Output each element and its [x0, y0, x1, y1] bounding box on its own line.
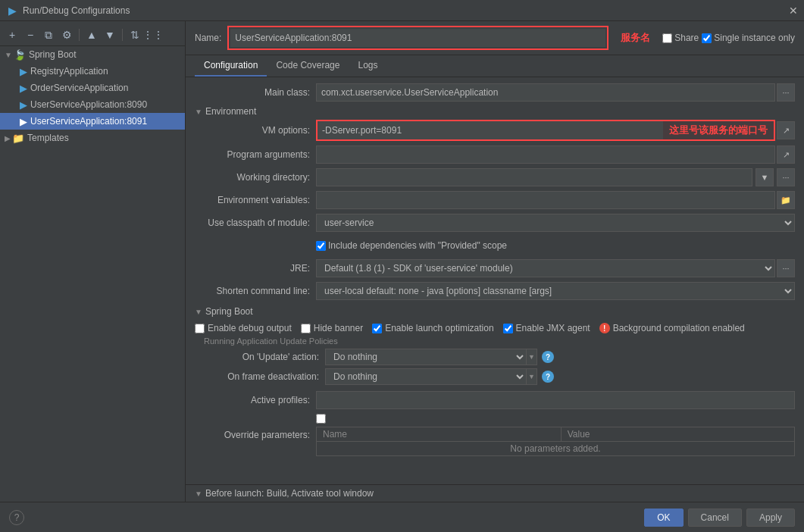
hide-banner-item[interactable]: Hide banner — [301, 323, 363, 333]
vm-field-wrapper: 这里号该服务的端口号 — [316, 120, 775, 141]
close-button[interactable]: ✕ — [789, 5, 798, 17]
on-frame-deactivation-help-icon[interactable]: ? — [542, 371, 554, 383]
share-checkbox[interactable] — [662, 33, 672, 43]
main-class-input[interactable] — [316, 83, 775, 102]
tab-code-coverage[interactable]: Code Coverage — [267, 55, 349, 77]
on-update-select[interactable]: Do nothing Update classes and resources — [325, 349, 527, 365]
layout-button[interactable]: ⋮⋮ — [145, 27, 161, 42]
on-frame-deactivation-select[interactable]: Do nothing Update classes and resources — [325, 368, 527, 385]
include-deps-label[interactable]: Include dependencies with "Provided" sco… — [316, 240, 507, 251]
add-button[interactable]: + — [5, 27, 20, 42]
tabs: Configuration Code Coverage Logs — [186, 55, 804, 77]
col-value: Value — [561, 427, 794, 442]
enable-jmx-item[interactable]: Enable JMX agent — [503, 323, 590, 333]
on-update-help-icon[interactable]: ? — [542, 351, 554, 363]
shorten-cmd-select[interactable]: user-local default: none - java [options… — [316, 282, 795, 300]
vm-options-expand-button[interactable]: ↗ — [777, 121, 795, 139]
on-update-chevron[interactable]: ▼ — [527, 349, 537, 365]
templates-arrow: ▶ — [5, 134, 11, 142]
program-args-label: Program arguments: — [195, 149, 316, 160]
sidebar-item-spring-boot[interactable]: ▼ 🍃 Spring Boot — [0, 46, 185, 63]
module-select[interactable]: user-service — [316, 214, 795, 232]
enable-debug-item[interactable]: Enable debug output — [195, 323, 292, 333]
config-header: Name: 服务名 Share Single instance only — [186, 21, 804, 55]
active-profiles-input[interactable] — [316, 391, 795, 409]
jre-select[interactable]: Default (1.8 (1) - SDK of 'user-service'… — [316, 259, 775, 277]
cancel-button[interactable]: Cancel — [688, 509, 742, 527]
enable-jmx-checkbox[interactable] — [503, 324, 513, 333]
spring-boot-checkboxes: Enable debug output Hide banner Enable l… — [195, 320, 795, 336]
override-params-checkbox[interactable] — [316, 414, 326, 424]
active-profiles-label: Active profiles: — [195, 395, 316, 405]
sidebar-item-user-service-8091[interactable]: ▶ UserServiceApplication:8091 — [0, 113, 185, 130]
working-dir-row: Working directory: ▼ ··· — [195, 168, 795, 186]
env-vars-label: Environment variables: — [195, 195, 316, 205]
enable-jmx-label: Enable JMX agent — [516, 323, 590, 333]
override-params-row: Override parameters: Name Value — [195, 414, 795, 456]
hide-banner-checkbox[interactable] — [301, 324, 311, 333]
sidebar-item-templates[interactable]: ▶ 📁 Templates — [0, 130, 185, 146]
on-frame-deactivation-chevron[interactable]: ▼ — [527, 368, 537, 385]
sidebar-item-label: RegistryApplication — [30, 66, 108, 77]
sidebar-item-registry[interactable]: ▶ RegistryApplication — [0, 63, 185, 80]
single-instance-checkbox[interactable] — [702, 33, 712, 43]
before-launch-header[interactable]: ▼ Before launch: Build, Activate tool wi… — [195, 488, 795, 499]
main-class-browse-button[interactable]: ··· — [777, 83, 795, 102]
working-dir-input[interactable] — [316, 168, 752, 186]
remove-button[interactable]: − — [23, 27, 38, 42]
environment-section-header[interactable]: ▼ Environment — [195, 106, 795, 117]
bg-compilation: ! Background compilation enabled — [599, 323, 745, 333]
sidebar-item-order-service[interactable]: ▶ OrderServiceApplication — [0, 80, 185, 96]
share-label: Share — [674, 33, 699, 43]
program-args-expand-button[interactable]: ↗ — [777, 146, 795, 164]
main-class-label: Main class: — [195, 87, 316, 98]
separator-2 — [122, 29, 123, 41]
sidebar-item-label: UserServiceApplication:8090 — [30, 99, 147, 110]
apply-button[interactable]: Apply — [746, 509, 795, 527]
on-update-row: On 'Update' action: Do nothing Update cl… — [204, 349, 795, 365]
working-dir-browse-button[interactable]: ··· — [777, 168, 795, 186]
env-vars-browse-button[interactable]: 📁 — [777, 191, 795, 209]
spring-boot-icon: 🍃 — [14, 49, 26, 61]
override-params-content: Name Value No parameters added. — [316, 414, 795, 456]
tab-configuration[interactable]: Configuration — [195, 55, 267, 77]
main-layout: + − ⧉ ⚙ ▲ ▼ ⇅ ⋮⋮ ▼ 🍃 Spring Boot ▶ Regis… — [0, 21, 804, 502]
registry-icon: ▶ — [20, 66, 27, 77]
settings-button[interactable]: ⚙ — [59, 27, 74, 42]
spring-boot-section-header[interactable]: ▼ Spring Boot — [195, 306, 795, 317]
move-down-button[interactable]: ▼ — [102, 27, 117, 42]
sidebar-item-label: UserServiceApplication:8091 — [30, 116, 147, 127]
move-up-button[interactable]: ▲ — [84, 27, 99, 42]
include-deps-checkbox[interactable] — [316, 241, 326, 251]
jre-browse-button[interactable]: ··· — [777, 259, 795, 277]
bg-compilation-label: Background compilation enabled — [613, 323, 745, 333]
working-dir-dropdown-button[interactable]: ▼ — [756, 168, 774, 186]
override-table: Name Value No parameters added. — [316, 427, 795, 456]
override-params-label: Override parameters: — [195, 430, 316, 440]
env-vars-input[interactable] — [316, 191, 775, 209]
share-checkbox-label[interactable]: Share — [662, 33, 699, 43]
enable-debug-checkbox[interactable] — [195, 324, 205, 333]
sort-button[interactable]: ⇅ — [127, 27, 142, 42]
vm-options-input[interactable] — [318, 121, 663, 139]
hide-banner-label: Hide banner — [314, 323, 363, 333]
program-args-input[interactable] — [316, 146, 775, 164]
ok-button[interactable]: OK — [644, 509, 683, 527]
bottom-buttons: OK Cancel Apply — [644, 509, 795, 527]
name-input[interactable] — [230, 29, 605, 47]
config-content: Main class: ··· ▼ Environment VM options… — [186, 77, 804, 467]
vm-annotation: 这里号该服务的端口号 — [663, 124, 774, 137]
active-profiles-row: Active profiles: — [195, 391, 795, 409]
module-row: Use classpath of module: user-service — [195, 214, 795, 232]
user-service-8091-icon: ▶ — [20, 116, 27, 127]
enable-launch-opt-checkbox[interactable] — [372, 324, 382, 333]
tab-logs[interactable]: Logs — [349, 55, 386, 77]
on-frame-deactivation-wrapper: Do nothing Update classes and resources … — [325, 368, 537, 385]
spring-boot-title: Spring Boot — [205, 306, 253, 317]
help-button[interactable]: ? — [9, 510, 24, 525]
enable-launch-opt-item[interactable]: Enable launch optimization — [372, 323, 493, 333]
single-instance-label[interactable]: Single instance only — [702, 33, 795, 43]
sidebar-toolbar: + − ⧉ ⚙ ▲ ▼ ⇅ ⋮⋮ — [0, 24, 185, 46]
copy-button[interactable]: ⧉ — [41, 27, 56, 42]
sidebar-item-user-service-8090[interactable]: ▶ UserServiceApplication:8090 — [0, 96, 185, 113]
